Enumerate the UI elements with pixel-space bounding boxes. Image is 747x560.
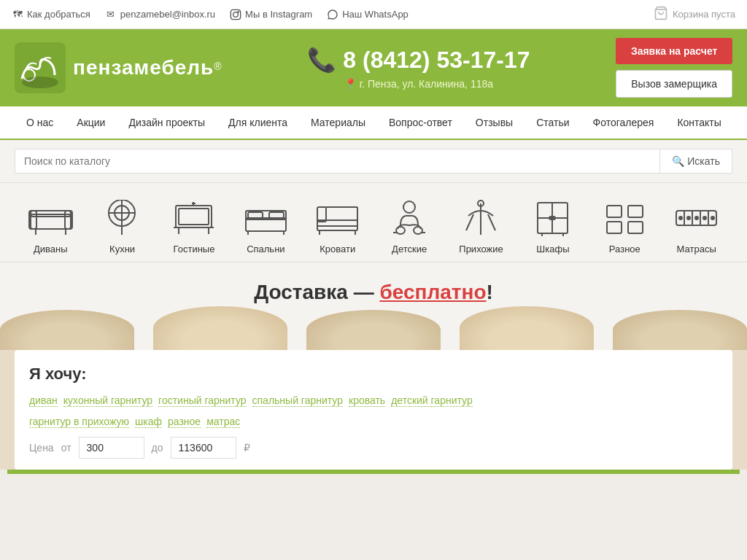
range-slider[interactable]: [7, 470, 740, 474]
price-row: Цена от до ₽: [29, 437, 718, 459]
price-max-input[interactable]: [171, 437, 236, 459]
direction-link[interactable]: 🗺 Как добраться: [12, 9, 90, 20]
nav-item-contacts[interactable]: Контакты: [665, 106, 732, 139]
category-shkafy[interactable]: Шкафы: [524, 198, 582, 254]
matrasy-icon: [671, 198, 722, 238]
tag-kitchen[interactable]: кухонный гарнитур: [63, 394, 152, 407]
svg-line-43: [466, 214, 473, 230]
svg-rect-0: [231, 9, 240, 19]
svg-point-6: [22, 77, 58, 88]
category-matrasy[interactable]: Матрасы: [667, 198, 726, 254]
whatsapp-link[interactable]: Наш WhatsApp: [327, 9, 409, 20]
top-bar: 🗺 Как добраться ✉ penzamebel@inbox.ru Мы…: [0, 0, 747, 29]
nav-item-gallery[interactable]: Фотогалерея: [581, 106, 666, 139]
prihozhie-icon: [456, 198, 507, 238]
shkafy-icon: [527, 198, 578, 238]
cart-area[interactable]: Корзина пуста: [654, 6, 735, 23]
nav-item-promo[interactable]: Акции: [65, 106, 117, 139]
header: пензамебель® 📞 8 (8412) 53-17-17 📍 г. Пе…: [0, 29, 747, 106]
delivery-banner: Доставка — бесплатно!: [0, 262, 747, 350]
nav-item-materials[interactable]: Материалы: [299, 106, 377, 139]
delivery-text: Доставка — бесплатно!: [15, 281, 732, 304]
logo-trademark: ®: [214, 61, 221, 72]
svg-rect-57: [607, 222, 622, 233]
raznoe-icon: [599, 198, 650, 238]
svg-rect-27: [269, 212, 284, 218]
category-divany[interactable]: Диваны: [21, 198, 80, 254]
svg-point-68: [711, 217, 714, 219]
category-kuhni[interactable]: Кухни: [93, 198, 152, 254]
tag-divan[interactable]: диван: [29, 394, 58, 407]
logo[interactable]: пензамебель®: [15, 42, 222, 93]
tag-living[interactable]: гостиный гарнитур: [158, 394, 246, 407]
want-title: Я хочу:: [29, 365, 718, 384]
tag-kids[interactable]: детский гарнитур: [391, 394, 473, 407]
address-icon: 📍: [344, 78, 357, 90]
svg-point-1: [233, 12, 239, 17]
nav-item-faq[interactable]: Вопрос-ответ: [377, 106, 464, 139]
logo-emblem: [15, 42, 66, 93]
spalny-label: Спальни: [247, 244, 285, 254]
want-tags: диван кухонный гарнитур гостиный гарниту…: [29, 394, 718, 407]
search-input[interactable]: [15, 149, 660, 174]
divany-label: Диваны: [34, 244, 68, 254]
price-currency: ₽: [244, 442, 250, 454]
sofa-image: [0, 306, 747, 350]
want-tags-2: гарнитур в прихожую шкаф разное матрас: [29, 416, 718, 428]
tag-wardrobe[interactable]: шкаф: [135, 416, 162, 428]
tag-mattress[interactable]: матрас: [206, 416, 240, 428]
tag-bed[interactable]: кровать: [349, 394, 385, 407]
svg-rect-56: [628, 206, 643, 217]
category-krovati[interactable]: Кровати: [309, 198, 367, 254]
main-nav: О нас Акции Дизайн проекты Для клиента М…: [0, 106, 747, 140]
direction-icon: 🗺: [12, 9, 23, 20]
gostinye-icon: [169, 198, 220, 238]
phone-number[interactable]: 📞 8 (8412) 53-17-17: [307, 46, 530, 74]
nav-item-about[interactable]: О нас: [15, 106, 65, 139]
nav-item-design[interactable]: Дизайн проекты: [117, 106, 217, 139]
nav-item-articles[interactable]: Статьи: [525, 106, 581, 139]
logo-text: пензамебель: [73, 56, 214, 79]
category-prihozhie[interactable]: Прихожие: [452, 198, 511, 254]
category-raznoe[interactable]: Разное: [595, 198, 654, 254]
svg-rect-26: [248, 212, 263, 218]
svg-point-66: [695, 217, 698, 219]
whatsapp-label: Наш WhatsApp: [342, 9, 409, 20]
categories: Диваны Кухни Гос: [0, 183, 747, 262]
price-label: Цена: [29, 442, 54, 454]
kuhni-label: Кухни: [109, 244, 135, 254]
matrasy-label: Матрасы: [677, 244, 716, 254]
svg-point-2: [238, 11, 239, 12]
spalny-icon: [240, 198, 291, 238]
krovati-icon: [312, 198, 363, 238]
category-detskie[interactable]: Детские: [380, 198, 438, 254]
category-gostinye[interactable]: Гостиные: [165, 198, 223, 254]
estimate-button[interactable]: Заявка на расчет: [616, 38, 732, 64]
detskie-label: Детские: [392, 244, 427, 254]
tag-bedroom[interactable]: спальный гарнитур: [252, 394, 343, 407]
phone-icon: 📞: [307, 47, 336, 73]
svg-point-52: [552, 217, 555, 219]
price-to-label: до: [152, 442, 163, 454]
category-spalny[interactable]: Спальни: [236, 198, 295, 254]
nav-item-reviews[interactable]: Отзывы: [464, 106, 525, 139]
whatsapp-icon: [327, 9, 338, 20]
email-link[interactable]: ✉ penzamebel@inbox.ru: [105, 9, 215, 20]
want-section: Я хочу: диван кухонный гарнитур гостиный…: [15, 350, 732, 470]
instagram-link[interactable]: Мы в Instagram: [230, 9, 312, 20]
kuhni-icon: [97, 198, 148, 238]
raznoe-label: Разное: [609, 244, 640, 254]
divany-icon: [25, 198, 76, 238]
tag-hallway[interactable]: гарнитур в прихожую: [29, 416, 129, 428]
shkafy-label: Шкафы: [536, 244, 569, 254]
krovati-label: Кровати: [320, 244, 355, 254]
svg-point-67: [703, 217, 706, 219]
email-label: penzamebel@inbox.ru: [120, 9, 215, 20]
instagram-label: Мы в Instagram: [245, 9, 312, 20]
svg-rect-18: [179, 209, 209, 225]
tag-misc[interactable]: разное: [168, 416, 201, 428]
measurer-button[interactable]: Вызов замерщика: [616, 70, 732, 98]
search-button[interactable]: 🔍 Искать: [660, 149, 732, 174]
price-min-input[interactable]: [79, 437, 144, 459]
nav-item-client[interactable]: Для клиента: [217, 106, 299, 139]
